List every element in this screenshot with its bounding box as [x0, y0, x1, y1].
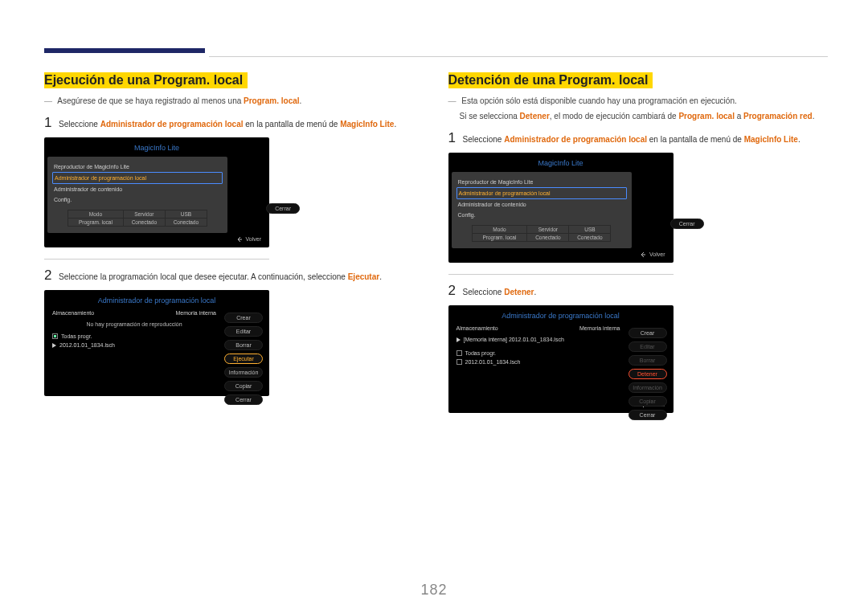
- checkbox-icon[interactable]: [52, 333, 58, 339]
- edit-button: Editar: [628, 341, 667, 352]
- admin-title: Administrador de programación local: [47, 293, 266, 309]
- menu-box: Reproductor de MagicInfo Lite Administra…: [452, 172, 632, 248]
- left-note: ― Asegúrese de que se haya registrado al…: [44, 95, 424, 107]
- right-note-2: Si se selecciona Detener, el modo de eje…: [448, 110, 829, 122]
- execute-button[interactable]: Ejecutar: [224, 353, 263, 364]
- admin-panel-right: Administrador de programación local Alma…: [448, 305, 674, 413]
- panel-title: MagicInfo Lite: [452, 156, 670, 172]
- copy-button[interactable]: Copiar: [224, 381, 263, 391]
- copy-button: Copiar: [628, 396, 667, 407]
- header-accent: [44, 48, 205, 53]
- create-button[interactable]: Crear: [628, 328, 667, 338]
- footer-return[interactable]: Volver: [47, 233, 266, 243]
- left-section-title: Ejecución de una Program. local: [44, 72, 248, 88]
- no-schedule-msg: No hay programación de reproducción: [47, 317, 221, 332]
- panel-title: MagicInfo Lite: [47, 141, 266, 157]
- status-table: ModoServidorUSB Program. localConectadoC…: [472, 225, 612, 242]
- file-row[interactable]: 2012.01.01_1834.lsch: [47, 341, 221, 349]
- file-row[interactable]: 2012.01.01_1834.lsch: [452, 358, 625, 366]
- left-step-2: 2 Seleccione la programación local que d…: [44, 268, 424, 284]
- return-icon: [640, 251, 646, 258]
- close-button[interactable]: Cerrar: [266, 203, 300, 214]
- stop-button[interactable]: Detener: [628, 369, 667, 379]
- close-button[interactable]: Cerrar: [670, 219, 704, 229]
- menu-item-local-schedule[interactable]: Administrador de programación local: [52, 172, 223, 184]
- admin-title: Administrador de programación local: [452, 309, 670, 325]
- delete-button: Borrar: [628, 355, 667, 366]
- dash-icon: ―: [448, 96, 457, 105]
- right-note-1: ― Esta opción sólo está disponible cuand…: [448, 95, 829, 107]
- menu-item-config[interactable]: Config.: [52, 194, 223, 205]
- info-button: Información: [628, 382, 667, 393]
- menu-item-local-schedule[interactable]: Administrador de programación local: [457, 187, 627, 199]
- right-section-title: Detención de una Program. local: [448, 72, 653, 88]
- separator-line: [448, 274, 674, 275]
- all-progs-row[interactable]: Todas progr.: [47, 332, 221, 341]
- storage-row: AlmacenamientoMemoria interna: [47, 309, 221, 317]
- create-button[interactable]: Crear: [224, 313, 263, 323]
- menu-item-content[interactable]: Administrador de contenido: [52, 184, 223, 194]
- current-file-row: [Memoria interna] 2012.01.01_1834.lsch: [452, 332, 625, 344]
- menu-item-content[interactable]: Administrador de contenido: [457, 199, 627, 210]
- info-button[interactable]: Información: [224, 367, 263, 378]
- all-progs-row[interactable]: Todas progr.: [452, 349, 625, 358]
- left-step-1: 1 Seleccione Administrador de programaci…: [44, 115, 424, 131]
- side-buttons: Crear Editar Borrar Detener Información …: [628, 328, 667, 420]
- right-column: Detención de una Program. local ― Esta o…: [448, 72, 829, 413]
- menu-item-player[interactable]: Reproductor de MagicInfo Lite: [457, 177, 627, 187]
- dash-icon: ―: [44, 96, 52, 105]
- header-rule: [209, 56, 828, 57]
- play-icon: [52, 343, 56, 348]
- side-buttons: Crear Editar Borrar Ejecutar Información…: [224, 313, 263, 405]
- magicinfo-panel-left: MagicInfo Lite Reproductor de MagicInfo …: [44, 137, 269, 247]
- storage-row: AlmacenamientoMemoria interna: [452, 325, 625, 332]
- return-icon: [236, 236, 243, 243]
- close-button[interactable]: Cerrar: [224, 394, 263, 405]
- admin-panel-left: Administrador de programación local Alma…: [44, 290, 269, 396]
- page-number: 182: [0, 582, 868, 599]
- separator-line: [44, 259, 269, 260]
- status-table: ModoServidorUSB Program. localConectadoC…: [68, 210, 207, 227]
- menu-box: Reproductor de MagicInfo Lite Administra…: [47, 157, 227, 233]
- menu-item-config[interactable]: Config.: [457, 210, 627, 220]
- menu-item-player[interactable]: Reproductor de MagicInfo Lite: [52, 161, 223, 172]
- magicinfo-panel-right: MagicInfo Lite Reproductor de MagicInfo …: [448, 153, 674, 263]
- checkbox-icon[interactable]: [457, 359, 462, 365]
- checkbox-icon[interactable]: [457, 350, 462, 356]
- delete-button[interactable]: Borrar: [224, 340, 263, 350]
- left-column: Ejecución de una Program. local ― Asegúr…: [44, 72, 424, 413]
- play-icon: [457, 337, 461, 342]
- right-step-1: 1 Seleccione Administrador de programaci…: [448, 130, 829, 146]
- right-step-2: 2 Seleccione Detener.: [448, 283, 829, 299]
- close-button[interactable]: Cerrar: [628, 410, 667, 420]
- edit-button[interactable]: Editar: [224, 326, 263, 337]
- footer-return[interactable]: Volver: [452, 248, 670, 258]
